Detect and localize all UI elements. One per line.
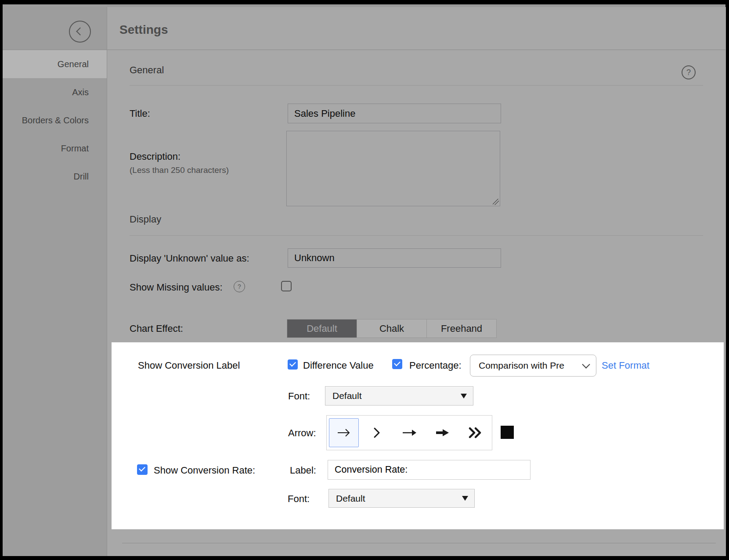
arrow-style-picker: [326, 415, 492, 450]
description-label: Description:: [130, 151, 180, 162]
show-conversion-label: Show Conversion Label: [138, 360, 240, 371]
missing-values-help-icon[interactable]: ?: [234, 281, 245, 292]
display-unknown-label: Display 'Unknown' value as:: [130, 253, 249, 264]
chevron-arrow-icon: [369, 427, 384, 438]
arrow-option-heavy-arrow[interactable]: [426, 416, 459, 450]
arrow-option-thin-arrow[interactable]: [329, 418, 359, 447]
rate-label-field-label: Label:: [290, 465, 316, 476]
conversion-label-font-select[interactable]: Default: [325, 386, 473, 406]
resize-grip-icon[interactable]: [493, 199, 499, 205]
difference-value-label: Difference Value: [303, 360, 374, 371]
comparison-select[interactable]: Comparison with Pre: [470, 355, 596, 377]
arrow-option-line-arrow-solid-head[interactable]: [393, 416, 426, 450]
difference-value-checkbox[interactable]: [288, 359, 298, 370]
chart-effect-option-freehand[interactable]: Freehand: [426, 319, 496, 337]
show-missing-values-checkbox[interactable]: [281, 281, 292, 291]
arrow-color-swatch[interactable]: [501, 426, 514, 439]
description-hint: (Less than 250 characters): [130, 165, 229, 175]
chevron-down-icon: [582, 360, 590, 368]
chart-effect-option-default[interactable]: Default: [287, 319, 357, 337]
conversion-rate-font-select[interactable]: Default: [328, 489, 475, 508]
select-arrow-icon: [461, 394, 467, 398]
chart-effect-label: Chart Effect:: [130, 323, 183, 334]
double-chevron-icon: [467, 427, 483, 438]
display-unknown-input[interactable]: [288, 248, 501, 268]
chart-effect-option-chalk[interactable]: Chalk: [357, 319, 426, 337]
show-missing-values-label: Show Missing values:: [130, 282, 223, 293]
sidebar-item-format[interactable]: Format: [3, 134, 107, 162]
arrow-option-chevron[interactable]: [360, 416, 393, 450]
title-input[interactable]: [288, 104, 501, 123]
show-conversion-rate-label: Show Conversion Rate:: [154, 465, 255, 476]
arrow-option-double-chevron[interactable]: [459, 416, 492, 450]
display-section-divider: [130, 235, 703, 236]
percentage-label: Percentage:: [409, 360, 462, 371]
chart-effect-control: Default Chalk Freehand: [287, 319, 497, 338]
comparison-select-value: Comparison with Pre: [470, 360, 580, 371]
conversion-rate-font-value: Default: [336, 493, 365, 504]
chevron-left-icon: [76, 27, 84, 35]
heavy-arrow-icon: [435, 427, 449, 438]
back-button[interactable]: [69, 21, 91, 43]
sidebar-item-drill[interactable]: Drill: [3, 162, 107, 190]
conversion-label-font-value: Default: [332, 391, 362, 401]
sidebar-item-axis[interactable]: Axis: [3, 78, 107, 106]
help-icon[interactable]: ?: [682, 65, 696, 79]
general-section-heading: General: [130, 65, 164, 76]
select-arrow-icon: [462, 496, 468, 501]
thin-arrow-icon: [336, 427, 351, 438]
solid-head-arrow-icon: [402, 427, 417, 438]
percentage-checkbox[interactable]: [392, 359, 402, 369]
title-label: Title:: [130, 108, 150, 119]
conversion-rate-font-label: Font:: [288, 493, 310, 505]
general-section-divider: [130, 85, 703, 86]
screenshot-canvas: Settings General Axis Borders & Colors F…: [0, 0, 729, 560]
rate-label-input[interactable]: [328, 460, 531, 480]
header-divider: [3, 50, 725, 50]
conversion-label-font-label: Font:: [288, 391, 310, 402]
set-format-link[interactable]: Set Format: [602, 360, 650, 371]
arrow-label: Arrow:: [288, 427, 316, 439]
sidebar-item-borders-colors[interactable]: Borders & Colors: [3, 106, 107, 134]
panel-title: Settings: [119, 23, 168, 37]
show-conversion-rate-checkbox[interactable]: [137, 464, 148, 475]
display-section-heading: Display: [130, 214, 161, 225]
description-textarea[interactable]: [286, 131, 500, 206]
sidebar-item-general[interactable]: General: [3, 50, 107, 78]
next-section-divider: [122, 543, 716, 543]
